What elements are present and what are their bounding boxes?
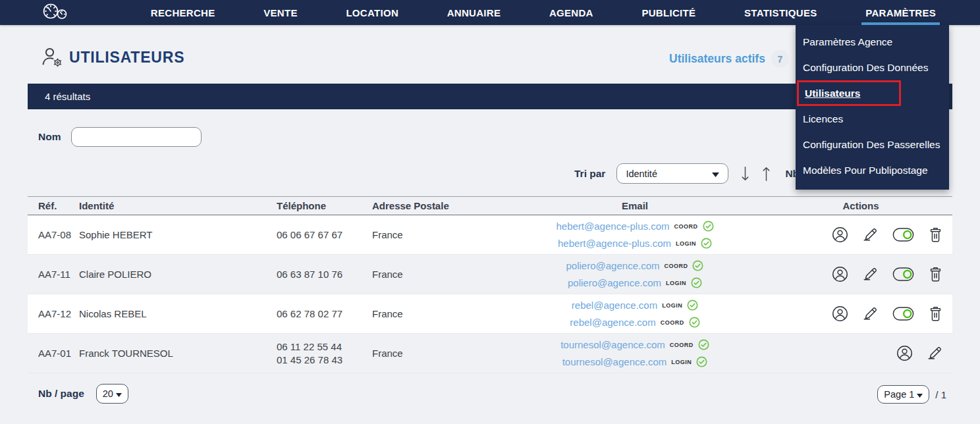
cell-phone: 06 63 87 10 76	[263, 268, 359, 281]
cell-address: France	[359, 269, 501, 280]
delete-icon[interactable]	[928, 266, 943, 282]
email-address-link[interactable]: rebel@agence.com	[570, 317, 655, 328]
table-header-row: Réf.IdentitéTéléphoneAdresse PostaleEmai…	[28, 196, 952, 215]
dropdown-item-label: Licences	[803, 113, 843, 125]
dropdown-item-label: Modèles Pour Publipostage	[803, 165, 928, 176]
cell-identity: Franck TOURNESOL	[74, 348, 263, 359]
app-logo[interactable]	[41, 0, 100, 25]
caret-down-icon	[917, 389, 923, 400]
cell-emails: rebel@agence.comLOGINrebel@agence.comCOO…	[501, 300, 769, 328]
dropdown-item-modeles-pour-publipostage[interactable]: Modèles Pour Publipostage	[796, 157, 949, 183]
email-type-label: LOGIN	[671, 359, 692, 365]
email-line: poliero@agence.comLOGIN	[501, 277, 769, 288]
user-profile-icon[interactable]	[832, 266, 848, 282]
per-page-label: Nb / page	[38, 388, 84, 400]
email-line: rebel@agence.comCOORD	[501, 317, 769, 328]
red-highlight-box: Utilisateurs	[797, 80, 901, 106]
email-address-link[interactable]: hebert@agence-plus.com	[557, 221, 670, 232]
nav-item-annuaire[interactable]: ANNUAIRE	[443, 0, 505, 25]
email-address-link[interactable]: rebel@agence.com	[572, 300, 657, 311]
cell-ref: AA7-08	[28, 229, 74, 240]
table-body: AA7-08Sophie HEBERT06 06 67 67 67Franceh…	[28, 215, 952, 373]
email-line: rebel@agence.comLOGIN	[501, 300, 769, 311]
check-icon	[703, 221, 714, 232]
sort-select[interactable]: Identité	[616, 163, 728, 184]
edit-icon[interactable]	[862, 305, 879, 322]
email-line: hebert@agence-plus.comCOORD	[501, 221, 769, 232]
table-row: AA7-08Sophie HEBERT06 06 67 67 67Franceh…	[28, 215, 952, 255]
caret-down-icon	[712, 169, 719, 179]
sort-select-value: Identité	[626, 169, 657, 179]
email-type-label: COORD	[670, 342, 694, 348]
per-page-value: 20	[103, 388, 113, 399]
name-filter-input[interactable]	[71, 127, 202, 147]
nav-item-statistiques[interactable]: STATISTIQUES	[740, 0, 821, 25]
email-type-label: LOGIN	[676, 240, 696, 247]
column-header-telephone: Téléphone	[263, 200, 359, 211]
phone-number: 06 06 67 67 67	[277, 228, 359, 242]
toggle-icon[interactable]	[892, 306, 914, 321]
edit-icon[interactable]	[862, 226, 879, 243]
page-select[interactable]: Page 1	[877, 385, 929, 404]
nav-item-location[interactable]: LOCATION	[342, 0, 402, 25]
dropdown-item-licences[interactable]: Licences	[796, 106, 949, 132]
user-profile-icon[interactable]	[896, 345, 913, 361]
column-header-adresse-postale: Adresse Postale	[359, 200, 501, 211]
cell-identity: Sophie HEBERT	[74, 229, 263, 240]
user-profile-icon[interactable]	[832, 305, 848, 322]
nav-item-recherche[interactable]: RECHERCHE	[147, 0, 219, 25]
page: RECHERCHEVENTELOCATIONANNUAIREAGENDAPUBL…	[0, 0, 980, 424]
nav-item-vente[interactable]: VENTE	[259, 0, 302, 25]
dropdown-item-label: Configuration Des Données	[803, 62, 928, 74]
user-profile-icon[interactable]	[832, 226, 848, 243]
delete-icon[interactable]	[928, 226, 943, 243]
email-address-link[interactable]: poliero@agence.com	[566, 260, 660, 271]
active-users-count-badge: 7	[771, 50, 789, 68]
email-address-link[interactable]: hebert@agence-plus.com	[558, 238, 671, 249]
parametres-dropdown-menu: Paramètres AgenceConfiguration Des Donné…	[796, 25, 949, 190]
dropdown-item-configuration-des-passerelles[interactable]: Configuration Des Passerelles	[796, 132, 949, 157]
check-icon	[687, 300, 698, 311]
dropdown-item-configuration-des-donnees[interactable]: Configuration Des Données	[796, 55, 949, 80]
cell-phone: 06 11 22 55 4401 45 26 78 43	[263, 340, 359, 367]
table-row: AA7-01Franck TOURNESOL06 11 22 55 4401 4…	[28, 334, 952, 373]
top-navbar: RECHERCHEVENTELOCATIONANNUAIREAGENDAPUBL…	[0, 0, 980, 25]
email-address-link[interactable]: tournesol@agence.com	[562, 356, 667, 367]
cell-ref: AA7-12	[28, 308, 74, 319]
page-select-value: Page 1	[884, 389, 914, 400]
results-count-text: 4 résultats	[45, 91, 90, 102]
nav-item-agenda[interactable]: AGENDA	[545, 0, 597, 25]
email-address-link[interactable]: poliero@agence.com	[568, 277, 661, 288]
edit-icon[interactable]	[927, 345, 943, 361]
email-address-link[interactable]: tournesol@agence.com	[560, 339, 665, 350]
delete-icon[interactable]	[928, 305, 943, 322]
edit-icon[interactable]	[862, 266, 879, 282]
cell-actions	[769, 226, 952, 243]
sort-controls: Tri par Identité Nb	[574, 163, 799, 184]
dropdown-item-utilisateurs[interactable]: Utilisateurs	[796, 80, 949, 106]
sort-ascending-icon[interactable]	[762, 165, 771, 182]
nav-item-parametres[interactable]: PARAMÈTRES	[861, 0, 940, 25]
table-row: AA7-11Claire POLIERO06 63 87 10 76France…	[28, 255, 952, 294]
cell-actions	[769, 345, 952, 361]
nav-item-publicite[interactable]: PUBLICITÉ	[638, 0, 699, 25]
email-line: tournesol@agence.comLOGIN	[501, 356, 769, 367]
sort-descending-icon[interactable]	[741, 165, 749, 182]
phone-number: 01 45 26 78 43	[277, 354, 359, 367]
page-title: UTILISATEURS	[69, 49, 184, 66]
dropdown-item-label: Utilisateurs	[805, 88, 860, 99]
per-page-select[interactable]: 20	[96, 384, 128, 404]
toggle-icon[interactable]	[892, 227, 914, 242]
cell-address: France	[359, 348, 501, 359]
phone-number: 06 62 78 02 77	[277, 307, 359, 321]
toggle-icon[interactable]	[892, 267, 914, 282]
active-users-link[interactable]: Utilisateurs actifs 7	[669, 50, 789, 68]
cell-ref: AA7-11	[28, 269, 74, 280]
check-icon	[692, 260, 703, 271]
phone-number: 06 11 22 55 44	[277, 340, 359, 354]
cell-emails: poliero@agence.comCOORDpoliero@agence.co…	[501, 260, 769, 288]
email-type-label: LOGIN	[662, 302, 682, 309]
page-control: Page 1 / 1	[877, 385, 946, 404]
dropdown-item-parametres-agence[interactable]: Paramètres Agence	[796, 29, 949, 55]
total-pages-label: / 1	[935, 389, 946, 400]
